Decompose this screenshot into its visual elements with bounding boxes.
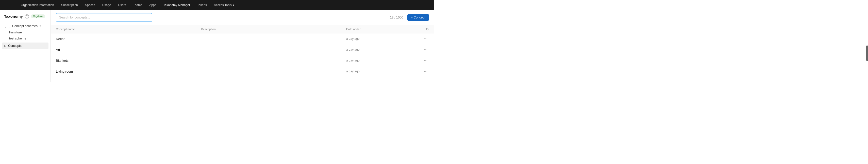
- nav-item-users[interactable]: Users: [115, 2, 129, 8]
- row-actions: ···: [419, 69, 429, 74]
- more-options-button[interactable]: ···: [423, 69, 429, 74]
- sidebar-item-furniture[interactable]: Furniture: [2, 29, 49, 35]
- org-level-badge: Org-level: [31, 14, 45, 18]
- more-options-button[interactable]: ···: [423, 47, 429, 52]
- more-options-button[interactable]: ···: [423, 58, 429, 63]
- nav-item-apps[interactable]: Apps: [146, 2, 159, 8]
- sidebar: Taxonomy ? Org-level ⋮⋮ Concept schemes …: [0, 10, 51, 82]
- main-area: Taxonomy ? Org-level ⋮⋮ Concept schemes …: [0, 10, 434, 82]
- search-box: [56, 13, 152, 22]
- table-row[interactable]: Living room a day ago ···: [51, 66, 434, 77]
- table-header: Concept name Description Date added ⚙: [51, 25, 434, 33]
- nav-item-taxonomy-manager[interactable]: Taxonomy Manager: [160, 2, 193, 8]
- concepts-label: Concepts: [8, 44, 22, 48]
- row-actions: ···: [419, 36, 429, 42]
- concept-schemes-section: ⋮⋮ Concept schemes ▾ Furniture test sche…: [0, 23, 51, 52]
- search-input[interactable]: [56, 13, 152, 22]
- content-header: 13 / 1000 + Concept: [51, 10, 434, 25]
- nav-item-subscription[interactable]: Subscription: [58, 2, 81, 8]
- concept-date: a day ago: [346, 70, 419, 73]
- add-concept-button[interactable]: + Concept: [407, 14, 429, 21]
- gear-icon[interactable]: ⚙: [426, 27, 429, 31]
- nav-item-spaces[interactable]: Spaces: [82, 2, 98, 8]
- top-navigation: Organization information Subscription Sp…: [0, 0, 434, 10]
- concept-name: Decor: [56, 37, 201, 41]
- column-header-date: Date added: [346, 28, 419, 31]
- table-row[interactable]: Art a day ago ···: [51, 44, 434, 55]
- concept-schemes-icon: ⋮⋮: [4, 24, 11, 28]
- nav-item-tokens[interactable]: Tokens: [194, 2, 210, 8]
- nav-item-usage[interactable]: Usage: [99, 2, 114, 8]
- nav-item-access-tools[interactable]: Access Tools ▾: [211, 2, 237, 8]
- concepts-table: Concept name Description Date added ⚙ De…: [51, 25, 434, 82]
- table-row[interactable]: Blankets a day ago ···: [51, 55, 434, 66]
- sidebar-item-test-scheme[interactable]: test scheme: [2, 35, 49, 42]
- concept-schemes-label: Concept schemes: [12, 24, 37, 28]
- concept-name: Art: [56, 48, 201, 52]
- sidebar-item-concepts[interactable]: ⊏ Concepts: [2, 43, 49, 49]
- taxonomy-title: Taxonomy: [4, 14, 23, 18]
- concept-date: a day ago: [346, 48, 419, 51]
- concepts-icon: ⊏: [4, 44, 7, 48]
- taxonomy-header: Taxonomy ? Org-level: [0, 14, 51, 23]
- header-right: 13 / 1000 + Concept: [390, 14, 429, 21]
- concept-name: Blankets: [56, 59, 201, 63]
- concept-count: 13 / 1000: [390, 16, 403, 19]
- column-header-actions: ⚙: [419, 27, 429, 31]
- concept-name: Living room: [56, 70, 201, 73]
- chevron-down-icon: ▾: [233, 3, 234, 7]
- row-actions: ···: [419, 47, 429, 52]
- row-actions: ···: [419, 58, 429, 63]
- nav-item-teams[interactable]: Teams: [130, 2, 145, 8]
- access-tools-label: Access Tools: [214, 3, 232, 7]
- concept-date: a day ago: [346, 59, 419, 62]
- chevron-down-icon: ▾: [40, 25, 41, 27]
- concept-date: a day ago: [346, 37, 419, 40]
- concept-schemes-toggle[interactable]: ⋮⋮ Concept schemes ▾: [2, 23, 49, 29]
- column-header-description: Description: [201, 28, 346, 31]
- nav-item-organization[interactable]: Organization information: [18, 2, 57, 8]
- table-row[interactable]: Decor a day ago ···: [51, 33, 434, 44]
- help-icon[interactable]: ?: [25, 14, 29, 18]
- more-options-button[interactable]: ···: [423, 36, 429, 42]
- column-header-name: Concept name: [56, 28, 201, 31]
- content-panel: 13 / 1000 + Concept Concept name Descrip…: [51, 10, 434, 82]
